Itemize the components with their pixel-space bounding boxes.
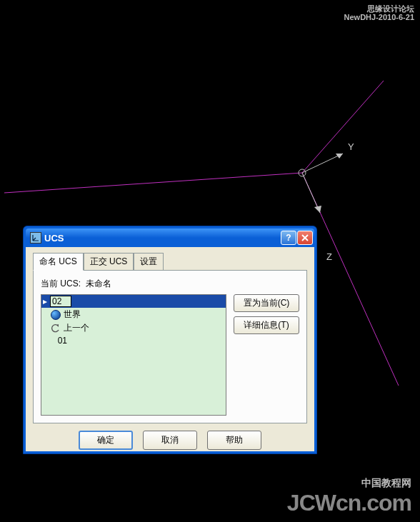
dialog-title: UCS	[44, 233, 281, 244]
svg-line-4	[302, 154, 343, 173]
watermark-top: 思缘设计论坛 NewDHJ-2010-6-21	[344, 4, 414, 21]
z-axis-label: Z	[326, 251, 332, 262]
list-item-01[interactable]: 01	[41, 335, 226, 346]
list-item-world[interactable]: 世界	[41, 308, 226, 321]
y-axis-label: Y	[348, 141, 354, 152]
cancel-button[interactable]: 取消	[143, 431, 197, 450]
close-button[interactable]	[297, 231, 313, 245]
help-button-icon[interactable]: ?	[281, 231, 296, 245]
globe-icon	[51, 310, 61, 320]
tab-orthographic-ucs[interactable]: 正交 UCS	[84, 253, 134, 270]
details-button[interactable]: 详细信息(T)	[234, 316, 299, 334]
tab-panel-named: 当前 UCS: 未命名 ▸ 世界	[33, 270, 307, 423]
current-ucs-label: 当前 UCS: 未命名	[41, 278, 299, 290]
svg-line-0	[4, 173, 302, 193]
svg-marker-7	[314, 206, 321, 213]
close-icon	[301, 234, 309, 241]
set-current-button[interactable]: 置为当前(C)	[234, 294, 299, 312]
dialog-titlebar[interactable]: UCS ?	[26, 229, 314, 247]
watermark-bottom: 中国教程网 JCWcn.com	[287, 477, 411, 516]
svg-line-1	[302, 81, 384, 173]
dialog-footer: 确定 取消 帮助	[33, 431, 307, 450]
ucs-dialog: UCS ? 命名 UCS 正交 UCS 设置 当前 UCS: 未命名 ▸	[23, 226, 317, 454]
tab-settings[interactable]: 设置	[134, 253, 164, 270]
ucs-name-input[interactable]	[50, 296, 71, 307]
list-item-previous[interactable]: 上一个	[41, 321, 226, 335]
previous-icon	[51, 323, 61, 333]
help-button[interactable]: 帮助	[207, 431, 261, 450]
tab-bar: 命名 UCS 正交 UCS 设置	[33, 253, 307, 270]
ucs-icon	[30, 232, 41, 244]
list-item-editing[interactable]: ▸	[41, 295, 226, 308]
tab-named-ucs[interactable]: 命名 UCS	[33, 253, 84, 271]
ok-button[interactable]: 确定	[79, 431, 133, 450]
ucs-list[interactable]: ▸ 世界 上一个 01	[41, 294, 226, 416]
